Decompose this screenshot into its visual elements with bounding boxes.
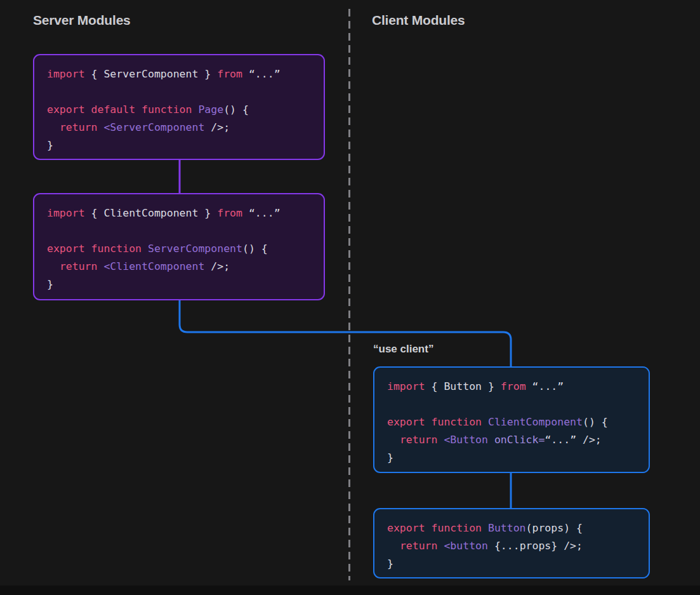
code-token-tx: { Button } — [425, 380, 501, 392]
code-token-tx: (props) { — [526, 522, 583, 534]
code-token-kw: return — [400, 540, 438, 552]
code-token-kw: export function — [387, 522, 482, 534]
code-line: export function ClientComponent() { — [387, 413, 637, 431]
code-token-cp: ServerComponent — [148, 243, 242, 255]
code-token-kw: from — [217, 207, 242, 219]
code-token-tx — [387, 434, 400, 446]
code-token-cp: <ClientComponent — [103, 260, 204, 272]
page-code-box: import { ServerComponent } from “...” ex… — [33, 54, 325, 160]
code-line: export default function Page() { — [47, 101, 312, 119]
code-line: } — [47, 276, 312, 293]
code-line — [47, 222, 312, 240]
code-token-cp: <ServerComponent — [103, 121, 204, 133]
code-token-tx — [437, 434, 444, 446]
code-token-tx: “...” />; — [545, 434, 601, 446]
code-line: return <Button onClick=“...” />; — [387, 431, 637, 449]
button-code-box: export function Button(props) { return <… — [373, 508, 650, 578]
code-token-kw: return — [60, 121, 98, 133]
code-line — [387, 396, 637, 413]
code-token-cp: <Button — [444, 434, 488, 446]
code-token-kw: from — [501, 380, 526, 392]
server-component-code-box: import { ClientComponent } from “...” ex… — [33, 193, 325, 300]
code-token-tx: />; — [204, 260, 230, 272]
code-token-tx — [482, 522, 488, 534]
code-token-kw: export default function — [47, 104, 192, 116]
code-token-tx — [437, 540, 444, 552]
code-token-tx — [47, 260, 60, 272]
client-modules-heading: Client Modules — [372, 13, 465, 28]
code-token-cp: <button — [444, 540, 488, 552]
code-line: } — [387, 555, 637, 573]
code-line: return <ClientComponent />; — [47, 258, 312, 276]
code-token-tx — [192, 104, 198, 116]
code-token-tx: “...” — [526, 380, 564, 392]
client-component-code-box: import { Button } from “...” export func… — [373, 366, 650, 473]
code-token-kw: export function — [387, 416, 482, 428]
code-token-kw: return — [60, 260, 98, 272]
code-token-tx — [142, 243, 148, 255]
code-line — [47, 83, 312, 101]
use-client-directive-label: “use client” — [373, 343, 433, 356]
code-token-tx: () { — [583, 416, 608, 428]
code-token-tx: } — [47, 278, 53, 290]
rsc-modules-diagram: Server Modules Client Modules import { S… — [0, 0, 700, 595]
code-token-tx: “...” — [242, 68, 281, 80]
code-token-cp: Page — [198, 104, 223, 116]
code-line: return <ServerComponent />; — [47, 119, 312, 137]
code-token-cp: ClientComponent — [488, 416, 583, 428]
code-token-tx — [387, 540, 400, 552]
code-token-tx: />; — [204, 121, 230, 133]
server-modules-heading: Server Modules — [33, 13, 131, 28]
code-token-tx: } — [47, 139, 53, 151]
code-token-cp: Button — [488, 522, 526, 534]
code-token-tx — [97, 121, 103, 133]
code-token-tx — [488, 434, 494, 446]
code-token-tx — [482, 416, 488, 428]
code-token-tx: () { — [223, 104, 249, 116]
code-token-kw: import — [47, 207, 85, 219]
connector-servercomponent-to-clientcomponent — [180, 299, 511, 368]
code-line: import { Button } from “...” — [387, 378, 637, 396]
code-token-tx — [47, 121, 60, 133]
code-line: } — [47, 137, 312, 154]
code-line: export function ServerComponent() { — [47, 240, 312, 258]
code-token-kw: return — [400, 434, 438, 446]
code-token-kw: export function — [47, 243, 142, 255]
code-token-tx: () { — [242, 243, 268, 255]
code-line: return <button {...props} />; — [387, 537, 637, 555]
code-line: export function Button(props) { — [387, 519, 637, 537]
code-token-tx: {...props} />; — [488, 540, 583, 552]
code-line: import { ClientComponent } from “...” — [47, 204, 312, 222]
code-token-tx — [97, 260, 103, 272]
code-line: } — [387, 449, 637, 467]
bottom-edge-strip — [0, 585, 700, 595]
code-token-tx: { ServerComponent } — [85, 68, 218, 80]
code-token-tx: } — [387, 451, 393, 464]
code-token-kw: import — [47, 68, 85, 80]
server-client-boundary-divider — [348, 9, 350, 580]
code-token-at: onClick= — [494, 434, 545, 446]
code-token-tx: “...” — [242, 207, 281, 219]
code-token-kw: from — [217, 68, 242, 80]
code-token-kw: import — [387, 380, 425, 392]
code-line: import { ServerComponent } from “...” — [47, 65, 312, 83]
code-token-tx: { ClientComponent } — [85, 207, 218, 219]
code-token-tx: } — [387, 558, 393, 570]
